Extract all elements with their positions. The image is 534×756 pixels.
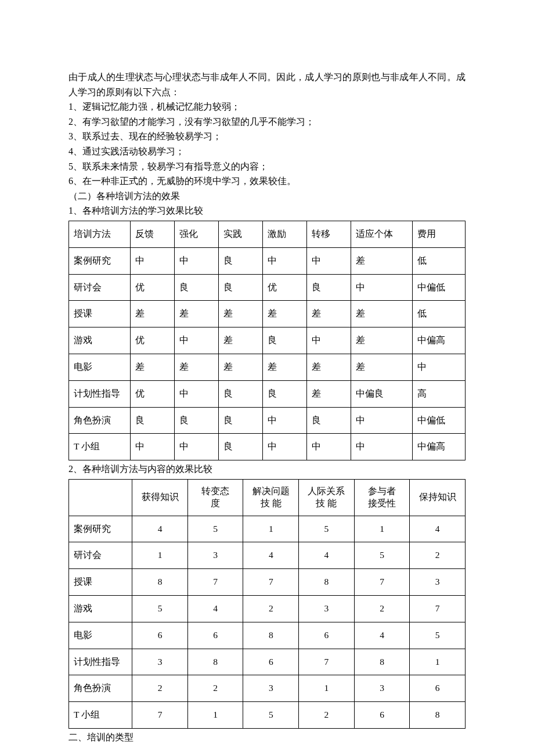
cell: 差: [306, 354, 351, 380]
cell: 3: [410, 569, 466, 596]
cell: 中: [175, 247, 219, 274]
cell: 计划性指导: [69, 649, 132, 675]
cell: 8: [299, 569, 355, 596]
cell: 中: [131, 247, 175, 274]
cell: 优: [131, 380, 175, 407]
cell: 6: [132, 622, 188, 649]
table-row: 案例研究中中良中中差低: [69, 247, 466, 274]
cell: 2: [132, 675, 188, 702]
section-heading-effects: （二）各种培训方法的效果: [68, 189, 466, 204]
cell: 差: [351, 247, 412, 274]
cell: 中: [262, 407, 306, 434]
col-header: 强化: [175, 221, 219, 247]
cell: 电影: [69, 354, 131, 380]
cell: 7: [354, 569, 410, 596]
cell: 3: [243, 675, 299, 702]
cell: 8: [410, 702, 466, 729]
table-row: 获得知识 转变态度 解决问题技 能 人际关系技 能 参与者接受性 保持知识: [69, 479, 466, 516]
section-heading-training-types: 二、培训的类型: [68, 730, 466, 745]
table-row: 授课877873: [69, 569, 466, 596]
cell: 中: [306, 247, 351, 274]
cell: 4: [132, 516, 188, 542]
cell: 3: [299, 595, 355, 622]
cell: 8: [187, 649, 243, 675]
col-header: 费用: [412, 221, 465, 247]
cell: 游戏: [69, 327, 131, 354]
training-methods-content-table: 获得知识 转变态度 解决问题技 能 人际关系技 能 参与者接受性 保持知识 案例…: [68, 479, 466, 729]
cell: 良: [306, 274, 351, 301]
cell: 7: [410, 595, 466, 622]
cell: 5: [410, 622, 466, 649]
cell: 游戏: [69, 595, 132, 622]
cell: 7: [299, 649, 355, 675]
cell: 8: [243, 622, 299, 649]
cell: 6: [410, 675, 466, 702]
cell: 授课: [69, 301, 131, 327]
cell: 优: [131, 327, 175, 354]
cell: 中偏低: [412, 407, 465, 434]
cell: 良: [175, 274, 219, 301]
cell: 低: [412, 301, 465, 327]
cell: 中: [306, 327, 351, 354]
table-row: 培训方法 反馈 强化 实践 激励 转移 适应个体 费用: [69, 221, 466, 247]
cell: 优: [262, 274, 306, 301]
cell: 研讨会: [69, 542, 132, 569]
cell: 中: [175, 380, 219, 407]
cell: 良: [219, 274, 263, 301]
cell: 案例研究: [69, 516, 132, 542]
cell: T 小组: [69, 434, 131, 460]
table-row: 计划性指导386781: [69, 649, 466, 675]
cell: 2: [243, 595, 299, 622]
col-header: 人际关系技 能: [299, 479, 355, 516]
principle-item-4: 4、通过实践活动较易学习；: [68, 144, 466, 159]
cell: 中偏高: [412, 327, 465, 354]
cell: 良: [175, 407, 219, 434]
cell: 差: [131, 301, 175, 327]
cell: 7: [132, 702, 188, 729]
cell: 5: [299, 516, 355, 542]
cell: 3: [354, 675, 410, 702]
cell: 7: [187, 569, 243, 596]
cell: 中: [351, 407, 412, 434]
cell: 2: [410, 542, 466, 569]
principle-item-1: 1、逻辑记忆能力强，机械记忆能力较弱；: [68, 99, 466, 114]
cell: 1: [410, 649, 466, 675]
cell: 4: [354, 622, 410, 649]
intro-paragraph: 由于成人的生理状态与心理状态与非成年人不同。因此，成人学习的原则也与非成年人不同…: [68, 70, 466, 99]
principle-item-3: 3、联系过去、现在的经验较易学习；: [68, 129, 466, 144]
cell: 2: [187, 675, 243, 702]
cell: 中: [262, 434, 306, 460]
cell: 6: [299, 622, 355, 649]
table-row: 授课差差差差差差低: [69, 301, 466, 327]
col-header: 反馈: [131, 221, 175, 247]
cell: 差: [306, 301, 351, 327]
cell: 良: [262, 327, 306, 354]
cell: 2: [354, 595, 410, 622]
cell: 8: [354, 649, 410, 675]
cell: 差: [262, 354, 306, 380]
table1-caption: 1、各种培训方法的学习效果比较: [68, 203, 466, 218]
cell: 1: [243, 516, 299, 542]
table-row: 电影差差差差差差中: [69, 354, 466, 380]
table-row: 游戏优中差良中差中偏高: [69, 327, 466, 354]
cell: 良: [262, 380, 306, 407]
cell: 中: [351, 434, 412, 460]
training-methods-effect-table: 培训方法 反馈 强化 实践 激励 转移 适应个体 费用 案例研究中中良中中差低 …: [68, 221, 466, 460]
cell: 低: [412, 247, 465, 274]
table-row: 研讨会134452: [69, 542, 466, 569]
table2-caption: 2、各种培训方法与内容的效果比较: [68, 462, 466, 477]
cell: 4: [410, 516, 466, 542]
col-header: 保持知识: [410, 479, 466, 516]
table-row: 角色扮演223136: [69, 675, 466, 702]
cell: 中: [262, 247, 306, 274]
col-header: 适应个体: [351, 221, 412, 247]
cell: 中: [175, 327, 219, 354]
cell: 计划性指导: [69, 380, 131, 407]
cell: 4: [243, 542, 299, 569]
cell: 授课: [69, 569, 132, 596]
cell: 1: [187, 702, 243, 729]
cell: T 小组: [69, 702, 132, 729]
principle-item-5: 5、联系未来情景，较易学习有指导意义的内容；: [68, 159, 466, 174]
table-row: 研讨会优良良优良中中偏低: [69, 274, 466, 301]
cell: 差: [131, 354, 175, 380]
